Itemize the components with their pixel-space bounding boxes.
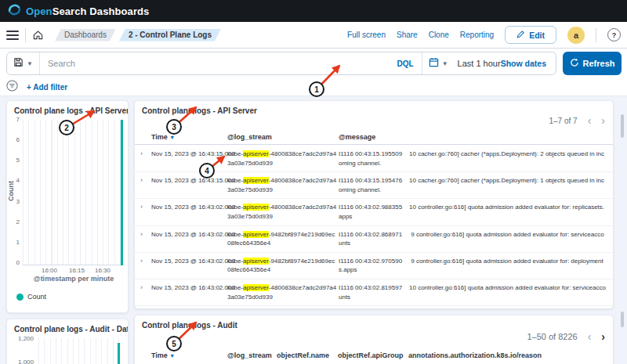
expand-row-icon[interactable]: › <box>140 257 150 275</box>
search-input[interactable] <box>40 58 390 69</box>
time-range-value[interactable]: Last 1 hour <box>455 59 501 68</box>
y-tick-label: 0 <box>16 259 20 266</box>
breadcrumb: Dashboards 2 - Control Plane Logs <box>55 29 221 41</box>
next-page-icon[interactable]: › <box>601 331 605 342</box>
panel-audit-table: Control plane logs - Audit 1–50 of 8226 … <box>134 315 614 364</box>
y-tick-label: 3 <box>16 198 20 205</box>
column-objectref-apigroup[interactable]: objectRef.apiGroup <box>338 351 407 359</box>
cell-message: I1116 00:43:02.868971 9 controller.go:61… <box>339 230 607 248</box>
show-dates-button[interactable]: Show dates <box>501 59 556 68</box>
y-axis-ticks: 1,2001,000 <box>7 335 34 364</box>
y-tick-label: 2 <box>16 218 20 225</box>
panel-title[interactable]: Control plane logs - API Server - ... <box>14 106 129 115</box>
add-filter-button[interactable]: + Add filter <box>27 83 67 92</box>
pagination: 1–7 of 7 ‹ › <box>549 115 606 126</box>
x-tick-label: 16:15 <box>69 267 85 274</box>
help-icon[interactable]: ? <box>607 28 621 41</box>
y-axis-label: Count <box>7 181 15 201</box>
app-title: OpenSearch Dashboards <box>26 5 149 17</box>
cell-log-stream: kube-apiserver-9482bf8974e219d69ec08fec6… <box>227 257 337 275</box>
full-screen-link[interactable]: Full screen <box>347 31 386 39</box>
reporting-link[interactable]: Reporting <box>460 31 494 39</box>
sort-desc-icon: ▼ <box>169 135 175 140</box>
saved-query-menu[interactable]: ▼ <box>7 52 39 74</box>
share-link[interactable]: Share <box>397 31 418 39</box>
cell-time: Nov 15, 2023 @ 16:43:15.000 <box>151 150 226 168</box>
column-annotations-reason[interactable]: annotations.authorization.k8s.io/reason <box>408 351 607 359</box>
panel-title[interactable]: Control plane logs - Audit - Date ... <box>14 325 129 333</box>
count-bar[interactable] <box>121 120 123 265</box>
next-page-icon[interactable]: › <box>601 115 605 126</box>
highlighted-term: apiserver <box>243 150 269 157</box>
panel-title[interactable]: Control plane logs - Audit <box>142 321 237 330</box>
scrollbar-thumb[interactable] <box>621 312 624 327</box>
edit-button-label: Edit <box>529 31 545 40</box>
panel-api-server-chart: Control plane logs - API Server - ... 76… <box>6 100 129 313</box>
clone-link[interactable]: Clone <box>429 31 449 39</box>
log-table-row[interactable]: ›Nov 15, 2023 @ 16:43:02.000kube-apiserv… <box>135 279 613 306</box>
log-table-row[interactable]: ›Nov 15, 2023 @ 16:43:15.000kube-apiserv… <box>135 146 613 172</box>
x-tick-label: 16:00 <box>42 267 57 274</box>
panel-audit-chart: Control plane logs - Audit - Date ... 1,… <box>6 319 129 364</box>
count-bar[interactable] <box>118 343 120 364</box>
column-time[interactable]: Time ▼ <box>151 133 226 141</box>
highlighted-term: apiserver <box>243 284 269 291</box>
cell-time: Nov 15, 2023 @ 16:43:02.000 <box>151 257 226 275</box>
opensearch-logo[interactable]: OpenSearch Dashboards <box>8 3 149 20</box>
log-table-row[interactable]: ›Nov 15, 2023 @ 16:43:02.000kube-apiserv… <box>135 199 613 225</box>
cell-log-stream: kube-apiserver-4800838ce7adc2d97a43a03e7… <box>227 150 337 168</box>
cell-log-stream: kube-apiserver-9482bf8974e219d69ec08fec6… <box>227 230 337 248</box>
table-header-row: Time ▼ @log_stream @message <box>135 129 613 145</box>
expand-row-icon[interactable]: › <box>140 150 150 168</box>
legend-count-label: Count <box>27 293 46 301</box>
cell-time: Nov 15, 2023 @ 16:43:02.000 <box>151 283 226 301</box>
legend-count-swatch <box>16 294 24 301</box>
expand-row-icon[interactable]: › <box>140 203 150 221</box>
previous-page-icon[interactable]: ‹ <box>588 331 592 342</box>
table-header-row: Time ▼ @log_stream objectRef.name object… <box>135 348 613 362</box>
column-log-stream[interactable]: @log_stream <box>227 133 337 141</box>
expand-row-icon[interactable]: › <box>140 176 150 194</box>
log-table-row[interactable]: ›Nov 15, 2023 @ 16:43:15.000kube-apiserv… <box>135 172 613 199</box>
refresh-button[interactable]: Refresh <box>563 52 622 75</box>
home-icon[interactable] <box>32 29 44 41</box>
refresh-button-label: Refresh <box>583 59 615 68</box>
y-tick-label: 1,200 <box>18 335 34 342</box>
panel-title[interactable]: Control plane logs - API Server <box>142 106 257 115</box>
highlighted-term: apiserver <box>243 258 269 265</box>
column-time[interactable]: Time ▼ <box>151 351 226 359</box>
calendar-icon <box>429 56 439 70</box>
app-header: OpenSearch Dashboards <box>0 0 627 22</box>
dql-language-button[interactable]: DQL <box>390 59 422 68</box>
chart-legend[interactable]: Count <box>16 293 46 301</box>
expand-row-icon[interactable]: › <box>140 283 150 301</box>
log-table-row[interactable]: ›Nov 15, 2023 @ 16:43:02.000kube-apiserv… <box>135 253 613 279</box>
avatar[interactable]: a <box>567 27 585 44</box>
api-chart-plot[interactable] <box>23 120 125 265</box>
edit-button[interactable]: Edit <box>505 26 556 44</box>
cell-message: I1116 00:43:02.970590 9 controller.go:61… <box>339 257 607 275</box>
scrollbar-thumb[interactable] <box>621 114 624 138</box>
cell-log-stream: kube-apiserver-4800838ce7adc2d97a43a03e7… <box>227 283 337 301</box>
highlighted-term: apiserver <box>243 204 269 211</box>
menu-icon[interactable] <box>6 30 19 41</box>
date-picker-button[interactable]: ▼ <box>422 52 455 74</box>
breadcrumb-dashboards[interactable]: Dashboards <box>55 29 116 41</box>
column-message[interactable]: @message <box>339 133 607 141</box>
query-bar: ▼ DQL ▼ Last 1 hour Show dates <box>6 52 556 75</box>
chevron-down-icon: ▼ <box>442 60 448 67</box>
cell-log-stream: kube-apiserver-4800838ce7adc2d97a43a03e7… <box>227 203 337 221</box>
y-tick-label: 6 <box>16 136 20 143</box>
y-tick-label: 4 <box>16 177 20 184</box>
filter-icon[interactable] <box>6 80 18 95</box>
log-table-row[interactable]: ›Nov 15, 2023 @ 16:43:02.000kube-apiserv… <box>135 226 613 253</box>
cell-message: I1116 00:43:02.988355 10 controller.go:6… <box>339 203 607 221</box>
nav-bar: Dashboards 2 - Control Plane Logs Full s… <box>0 22 627 49</box>
x-axis-line <box>23 265 125 265</box>
previous-page-icon[interactable]: ‹ <box>588 115 592 126</box>
pagination-range: 1–7 of 7 <box>549 117 578 125</box>
audit-chart-plot[interactable] <box>38 338 123 364</box>
column-log-stream[interactable]: @log_stream <box>227 351 275 359</box>
column-objectref-name[interactable]: objectRef.name <box>277 351 336 359</box>
expand-row-icon[interactable]: › <box>140 230 150 248</box>
